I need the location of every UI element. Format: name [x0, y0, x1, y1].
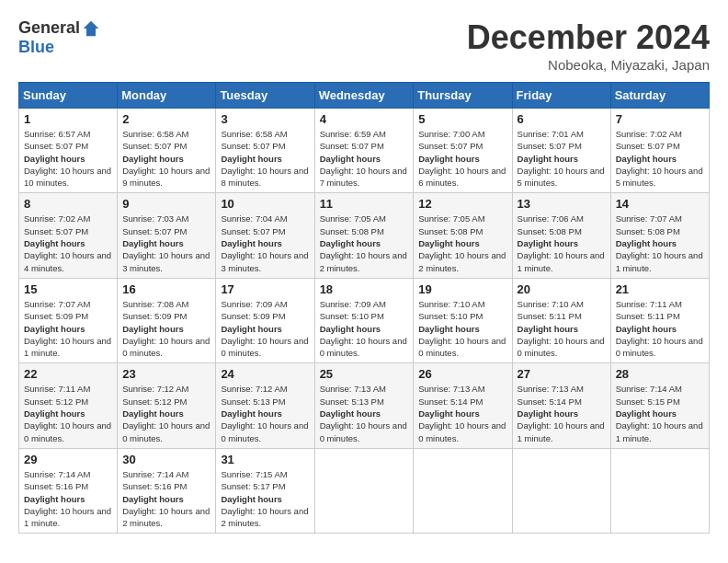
day-number: 14	[616, 197, 704, 211]
calendar-cell: 21 Sunrise: 7:11 AMSunset: 5:11 PM Dayli…	[610, 278, 709, 362]
day-info: Sunrise: 7:14 AMSunset: 5:16 PM Daylight…	[122, 468, 210, 529]
day-info: Sunrise: 7:12 AMSunset: 5:13 PM Daylight…	[221, 383, 309, 443]
day-info: Sunrise: 7:14 AMSunset: 5:15 PM Daylight…	[616, 383, 704, 443]
calendar-cell: 1 Sunrise: 6:57 AMSunset: 5:07 PM Daylig…	[19, 109, 118, 193]
weekday-header-row: SundayMondayTuesdayWednesdayThursdayFrid…	[19, 83, 710, 109]
calendar-cell: 8 Sunrise: 7:02 AMSunset: 5:07 PM Daylig…	[19, 193, 118, 278]
day-info: Sunrise: 6:57 AMSunset: 5:07 PM Daylight…	[24, 128, 112, 189]
day-number: 21	[616, 282, 704, 296]
calendar-cell: 19 Sunrise: 7:10 AMSunset: 5:10 PM Dayli…	[414, 278, 512, 362]
calendar-cell: 6 Sunrise: 7:01 AMSunset: 5:07 PM Daylig…	[512, 109, 610, 193]
weekday-header-friday: Friday	[512, 83, 610, 109]
calendar-cell: 11 Sunrise: 7:05 AMSunset: 5:08 PM Dayli…	[314, 193, 414, 278]
calendar-cell: 17 Sunrise: 7:09 AMSunset: 5:09 PM Dayli…	[216, 278, 314, 362]
day-info: Sunrise: 7:07 AMSunset: 5:08 PM Daylight…	[616, 213, 704, 273]
day-number: 28	[616, 367, 704, 381]
logo-general: General	[18, 18, 80, 38]
day-info: Sunrise: 7:10 AMSunset: 5:11 PM Daylight…	[518, 298, 606, 359]
calendar-cell: 24 Sunrise: 7:12 AMSunset: 5:13 PM Dayli…	[216, 363, 314, 448]
day-info: Sunrise: 7:04 AMSunset: 5:07 PM Daylight…	[221, 213, 309, 273]
day-info: Sunrise: 7:08 AMSunset: 5:09 PM Daylight…	[122, 298, 210, 359]
day-info: Sunrise: 7:06 AMSunset: 5:08 PM Daylight…	[518, 213, 606, 273]
day-number: 24	[221, 367, 309, 381]
day-info: Sunrise: 7:07 AMSunset: 5:09 PM Daylight…	[24, 298, 112, 359]
logo-blue: Blue	[18, 38, 54, 57]
weekday-header-wednesday: Wednesday	[314, 83, 414, 109]
calendar-cell: 26 Sunrise: 7:13 AMSunset: 5:14 PM Dayli…	[414, 363, 512, 448]
day-info: Sunrise: 7:02 AMSunset: 5:07 PM Daylight…	[24, 213, 112, 273]
logo-icon	[82, 19, 100, 38]
calendar-cell: 29 Sunrise: 7:14 AMSunset: 5:16 PM Dayli…	[19, 448, 118, 533]
day-info: Sunrise: 6:58 AMSunset: 5:07 PM Daylight…	[221, 128, 309, 189]
day-number: 29	[24, 453, 112, 466]
weekday-header-saturday: Saturday	[610, 83, 709, 109]
calendar-cell: 4 Sunrise: 6:59 AMSunset: 5:07 PM Daylig…	[314, 109, 414, 193]
weekday-header-thursday: Thursday	[414, 83, 512, 109]
day-info: Sunrise: 7:15 AMSunset: 5:17 PM Daylight…	[221, 468, 309, 529]
page-header: General Blue December 2024 Nobeoka, Miya…	[18, 18, 710, 73]
day-number: 13	[518, 197, 606, 211]
day-info: Sunrise: 7:13 AMSunset: 5:13 PM Daylight…	[320, 383, 409, 443]
calendar-cell	[314, 448, 414, 533]
week-row-3: 22 Sunrise: 7:11 AMSunset: 5:12 PM Dayli…	[19, 363, 710, 448]
calendar-cell: 31 Sunrise: 7:15 AMSunset: 5:17 PM Dayli…	[216, 448, 314, 533]
day-info: Sunrise: 7:14 AMSunset: 5:16 PM Daylight…	[24, 468, 112, 529]
calendar-cell: 10 Sunrise: 7:04 AMSunset: 5:07 PM Dayli…	[216, 193, 314, 278]
day-info: Sunrise: 7:09 AMSunset: 5:09 PM Daylight…	[221, 298, 309, 359]
calendar-cell: 22 Sunrise: 7:11 AMSunset: 5:12 PM Dayli…	[19, 363, 118, 448]
calendar-cell: 12 Sunrise: 7:05 AMSunset: 5:08 PM Dayli…	[414, 193, 512, 278]
day-number: 31	[221, 453, 309, 466]
day-info: Sunrise: 7:11 AMSunset: 5:11 PM Daylight…	[616, 298, 704, 359]
calendar-cell: 13 Sunrise: 7:06 AMSunset: 5:08 PM Dayli…	[512, 193, 610, 278]
calendar-cell: 14 Sunrise: 7:07 AMSunset: 5:08 PM Dayli…	[610, 193, 709, 278]
day-number: 22	[24, 367, 112, 381]
svg-marker-0	[84, 20, 99, 36]
week-row-0: 1 Sunrise: 6:57 AMSunset: 5:07 PM Daylig…	[19, 109, 710, 193]
calendar-cell: 28 Sunrise: 7:14 AMSunset: 5:15 PM Dayli…	[610, 363, 709, 448]
day-number: 8	[24, 197, 112, 211]
day-number: 11	[320, 197, 409, 211]
day-number: 12	[418, 197, 506, 211]
day-number: 7	[616, 112, 704, 126]
day-number: 27	[518, 367, 606, 381]
day-number: 15	[24, 282, 112, 296]
day-info: Sunrise: 7:11 AMSunset: 5:12 PM Daylight…	[24, 383, 112, 443]
day-number: 25	[320, 367, 409, 381]
location: Nobeoka, Miyazaki, Japan	[467, 57, 710, 73]
calendar-cell	[414, 448, 512, 533]
calendar-cell: 18 Sunrise: 7:09 AMSunset: 5:10 PM Dayli…	[314, 278, 414, 362]
day-info: Sunrise: 7:12 AMSunset: 5:12 PM Daylight…	[122, 383, 210, 443]
calendar-cell	[512, 448, 610, 533]
day-info: Sunrise: 6:59 AMSunset: 5:07 PM Daylight…	[320, 128, 409, 189]
calendar-cell: 2 Sunrise: 6:58 AMSunset: 5:07 PM Daylig…	[118, 109, 216, 193]
weekday-header-monday: Monday	[118, 83, 216, 109]
calendar-cell	[610, 448, 709, 533]
calendar-cell: 20 Sunrise: 7:10 AMSunset: 5:11 PM Dayli…	[512, 278, 610, 362]
day-number: 20	[518, 282, 606, 296]
day-number: 3	[221, 112, 309, 126]
day-number: 1	[24, 112, 112, 126]
day-number: 4	[320, 112, 409, 126]
weekday-header-tuesday: Tuesday	[216, 83, 314, 109]
calendar-cell: 7 Sunrise: 7:02 AMSunset: 5:07 PM Daylig…	[610, 109, 709, 193]
week-row-1: 8 Sunrise: 7:02 AMSunset: 5:07 PM Daylig…	[19, 193, 710, 278]
day-number: 6	[518, 112, 606, 126]
day-number: 19	[418, 282, 506, 296]
weekday-header-sunday: Sunday	[19, 83, 118, 109]
day-number: 16	[122, 282, 210, 296]
day-number: 23	[122, 367, 210, 381]
calendar-cell: 9 Sunrise: 7:03 AMSunset: 5:07 PM Daylig…	[118, 193, 216, 278]
day-number: 30	[122, 453, 210, 466]
week-row-2: 15 Sunrise: 7:07 AMSunset: 5:09 PM Dayli…	[19, 278, 710, 362]
day-number: 10	[221, 197, 309, 211]
calendar-cell: 27 Sunrise: 7:13 AMSunset: 5:14 PM Dayli…	[512, 363, 610, 448]
day-number: 17	[221, 282, 309, 296]
calendar-cell: 23 Sunrise: 7:12 AMSunset: 5:12 PM Dayli…	[118, 363, 216, 448]
day-info: Sunrise: 7:05 AMSunset: 5:08 PM Daylight…	[320, 213, 409, 273]
day-info: Sunrise: 7:13 AMSunset: 5:14 PM Daylight…	[518, 383, 606, 443]
week-row-4: 29 Sunrise: 7:14 AMSunset: 5:16 PM Dayli…	[19, 448, 710, 533]
day-info: Sunrise: 7:10 AMSunset: 5:10 PM Daylight…	[418, 298, 506, 359]
calendar-cell: 30 Sunrise: 7:14 AMSunset: 5:16 PM Dayli…	[118, 448, 216, 533]
day-info: Sunrise: 7:00 AMSunset: 5:07 PM Daylight…	[418, 128, 506, 189]
day-info: Sunrise: 7:01 AMSunset: 5:07 PM Daylight…	[518, 128, 606, 189]
